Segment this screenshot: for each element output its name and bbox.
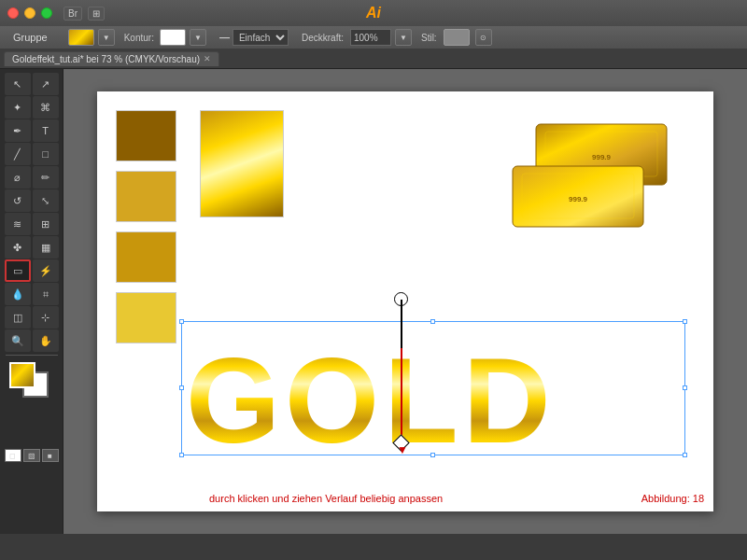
gold-text: GOLD — [176, 326, 690, 460]
gradient-tool[interactable]: ◫ — [5, 306, 31, 329]
stil-swatch[interactable] — [444, 29, 470, 46]
mask-mode-btn[interactable]: ▧ — [23, 449, 40, 462]
symbol-tool[interactable]: ✤ — [5, 236, 31, 259]
tool-row-6: ↺ ⤡ — [2, 189, 61, 212]
graph-tool[interactable]: ▦ — [33, 236, 59, 259]
tab-close-btn[interactable]: ✕ — [204, 54, 211, 63]
tool-row-10: 💧 ⌗ — [2, 283, 61, 305]
fill-color-btn[interactable] — [68, 29, 94, 46]
svg-text:999.9: 999.9 — [569, 195, 588, 203]
fill-mode-btn[interactable]: ■ — [42, 449, 59, 462]
toolbar: ↖ ↗ ✦ ⌘ ✒ T ╱ □ ⌀ ✏ ↺ ⤡ ≋ ⊞ ✤ ▦ — [0, 69, 63, 534]
stroke-color-btn[interactable] — [160, 29, 186, 46]
gold-bars-image: 999.9 999.9 — [499, 105, 685, 236]
zoom-tool[interactable]: 🔍 — [5, 329, 31, 352]
swatch-mid — [116, 231, 176, 283]
selection-tool[interactable]: ↖ — [5, 73, 31, 95]
tool-row-2: ✦ ⌘ — [2, 96, 61, 119]
minimize-button[interactable] — [24, 7, 35, 19]
tabbar: Goldeffekt_tut.ai* bei 73 % (CMYK/Vorsch… — [0, 49, 747, 69]
tool-row-8: ✤ ▦ — [2, 236, 61, 259]
magic-wand-tool[interactable]: ✦ — [5, 96, 31, 119]
stroke-group: — Einfach — [219, 29, 289, 46]
titlebar: Br ⊞ Ai — [0, 0, 747, 26]
rotate-tool[interactable]: ↺ — [5, 189, 31, 212]
tool-separator — [6, 355, 58, 356]
maximize-button[interactable] — [41, 7, 52, 19]
tool-row-9: ▭ ⚡ — [2, 259, 61, 282]
deckkraft-label: Deckkraft: — [302, 33, 344, 43]
swatch-light — [116, 171, 176, 222]
canvas: 999.9 999.9 — [63, 69, 747, 534]
stroke-arrow-btn[interactable]: ▼ — [190, 29, 206, 46]
menubar: Gruppe ▼ Kontur: ▼ — Einfach Deckkraft: … — [0, 26, 747, 49]
gradient-arrow: ▼ — [397, 443, 408, 456]
warp-tool[interactable]: ≋ — [5, 213, 31, 235]
deckkraft-input[interactable] — [350, 29, 391, 46]
main-area: ↖ ↗ ✦ ⌘ ✒ T ╱ □ ⌀ ✏ ↺ ⤡ ≋ ⊞ ✤ ▦ — [0, 69, 747, 534]
bridge-icon[interactable]: Br — [63, 7, 82, 21]
blend-tool[interactable]: ⌗ — [33, 283, 59, 305]
free-transform-tool[interactable]: ⊞ — [33, 213, 59, 235]
canvas-area: 999.9 999.9 — [63, 69, 747, 534]
swatch-group — [116, 110, 176, 343]
arrange-icon[interactable]: ⊞ — [88, 7, 105, 21]
slice-tool[interactable]: ⚡ — [33, 259, 59, 282]
deckkraft-arrow[interactable]: ▼ — [395, 29, 412, 46]
scale-tool[interactable]: ⤡ — [33, 189, 59, 212]
swatch-gradient — [200, 110, 284, 217]
stroke-type-select[interactable]: Einfach — [233, 29, 289, 46]
stil-arrow[interactable]: ⊙ — [475, 29, 492, 46]
lasso-tool[interactable]: ⌘ — [33, 96, 59, 119]
svg-text:GOLD: GOLD — [186, 332, 556, 456]
close-button[interactable] — [7, 7, 19, 19]
tool-row-12: 🔍 ✋ — [2, 329, 61, 352]
paintbrush-tool[interactable]: ⌀ — [5, 166, 31, 189]
stil-label: Stil: — [421, 33, 437, 43]
app-logo: Ai — [366, 5, 381, 21]
tool-row-11: ◫ ⊹ — [2, 306, 61, 329]
stroke-dash-icon: — — [219, 32, 230, 43]
fill-arrow-btn[interactable]: ▼ — [98, 29, 115, 46]
tool-row-3: ✒ T — [2, 119, 61, 142]
pen-tool[interactable]: ✒ — [5, 119, 31, 142]
figure-label: Abbildung: 18 — [641, 493, 704, 504]
mesh-tool[interactable]: ⊹ — [33, 306, 59, 329]
tab-title: Goldeffekt_tut.ai* bei 73 % (CMYK/Vorsch… — [12, 54, 200, 64]
kontur-label: Kontur: — [124, 33, 154, 43]
artboard: 999.9 999.9 — [97, 91, 713, 511]
line-tool[interactable]: ╱ — [5, 143, 31, 165]
color-tools — [6, 362, 58, 403]
swatch-yellow — [116, 292, 176, 343]
traffic-lights — [7, 7, 52, 19]
pencil-tool[interactable]: ✏ — [33, 166, 59, 189]
handle-tm — [430, 319, 435, 324]
normal-mode-btn[interactable]: ◻ — [5, 449, 21, 462]
direct-selection-tool[interactable]: ↗ — [33, 73, 59, 95]
svg-text:999.9: 999.9 — [592, 153, 612, 161]
handle-tr — [683, 319, 687, 324]
type-tool[interactable]: T — [33, 119, 59, 142]
tool-row-1: ↖ ↗ — [2, 73, 61, 95]
gradient-line-red — [401, 348, 402, 441]
menu-gruppe[interactable]: Gruppe — [7, 30, 53, 45]
handle-tl — [179, 319, 184, 324]
tool-row-5: ⌀ ✏ — [2, 166, 61, 189]
swatch-dark — [116, 110, 176, 161]
foreground-color-swatch[interactable] — [9, 362, 35, 388]
eyedropper-tool[interactable]: 💧 — [5, 283, 31, 305]
tool-row-4: ╱ □ — [2, 143, 61, 165]
document-tab[interactable]: Goldeffekt_tut.ai* bei 73 % (CMYK/Vorsch… — [4, 51, 219, 66]
rectangle-tool[interactable]: □ — [33, 143, 59, 165]
caption-text: durch klicken und ziehen Verlauf beliebi… — [209, 493, 443, 504]
artboard-tool[interactable]: ▭ — [5, 259, 31, 282]
color-mode-row: ◻ ▧ ■ — [2, 449, 61, 462]
hand-tool[interactable]: ✋ — [33, 329, 59, 352]
tool-row-7: ≋ ⊞ — [2, 213, 61, 235]
